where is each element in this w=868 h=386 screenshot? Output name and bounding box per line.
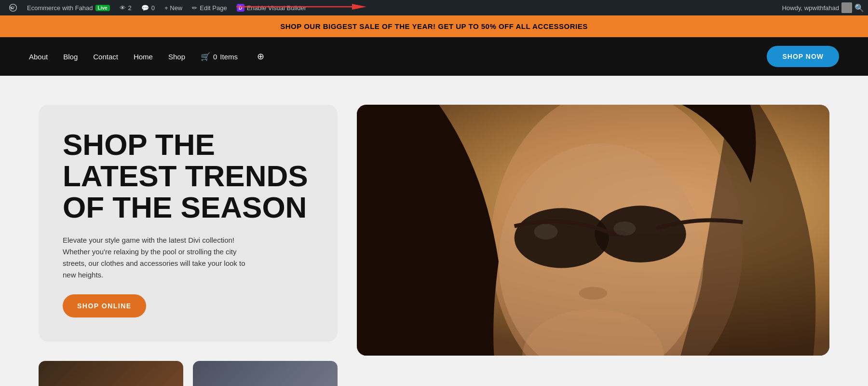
cart-icon: 🛒: [201, 52, 210, 61]
edit-icon: ✏: [192, 4, 197, 12]
svg-point-5: [515, 208, 609, 268]
svg-point-10: [579, 287, 608, 300]
nav-blog[interactable]: Blog: [63, 53, 78, 61]
hero-thumbnails: [39, 361, 338, 386]
site-name-button[interactable]: Ecommerce with Fahad Live: [22, 0, 115, 15]
annotation-arrow: [236, 2, 366, 12]
nav-home[interactable]: Home: [134, 53, 153, 61]
view-count-label: 2: [128, 4, 132, 12]
eye-icon: 👁: [120, 4, 126, 12]
edit-page-label: Edit Page: [200, 4, 227, 12]
main-nav: About Blog Contact Home Shop 🛒 0 Items ⊕: [29, 51, 264, 62]
live-badge: Live: [95, 5, 110, 11]
search-icon-admin[interactable]: 🔍: [854, 3, 864, 13]
comment-icon: 💬: [141, 4, 149, 12]
hero-title: SHOP THE LATEST TRENDS OF THE SEASON: [63, 129, 313, 223]
promo-text: SHOP OUR BIGGEST SALE OF THE YEAR! GET U…: [280, 22, 587, 30]
svg-point-8: [534, 224, 558, 240]
svg-point-9: [613, 221, 636, 235]
view-count-button[interactable]: 👁 2: [115, 0, 136, 15]
svg-marker-1: [352, 4, 366, 10]
thumbnail-card-1: [39, 361, 183, 386]
hero-section: SHOP THE LATEST TRENDS OF THE SEASON Ele…: [0, 76, 868, 386]
search-icon-header[interactable]: ⊕: [257, 51, 264, 62]
howdy-label: Howdy, wpwithfahad: [782, 4, 839, 12]
comment-count-label: 0: [151, 4, 155, 12]
thumbnail-card-2: [193, 361, 338, 386]
hero-description: Elevate your style game with the latest …: [63, 234, 256, 281]
nav-shop[interactable]: Shop: [168, 53, 185, 61]
admin-avatar[interactable]: [841, 2, 852, 13]
nav-about[interactable]: About: [29, 53, 48, 61]
cart-count: 0: [213, 53, 217, 61]
cart-button[interactable]: 🛒 0 Items: [201, 52, 238, 61]
hero-left: SHOP THE LATEST TRENDS OF THE SEASON Ele…: [39, 105, 338, 386]
shop-online-button[interactable]: SHOP ONLINE: [63, 294, 146, 317]
wp-logo-button[interactable]: [4, 0, 22, 15]
admin-bar-right: Howdy, wpwithfahad 🔍: [782, 2, 864, 13]
edit-page-button[interactable]: ✏ Edit Page: [187, 0, 231, 15]
hero-text-card: SHOP THE LATEST TRENDS OF THE SEASON Ele…: [39, 105, 338, 342]
hero-image: [357, 105, 829, 356]
promo-banner: SHOP OUR BIGGEST SALE OF THE YEAR! GET U…: [0, 15, 868, 37]
shop-now-button[interactable]: SHOP NOW: [767, 46, 839, 67]
site-name-label: Ecommerce with Fahad: [27, 4, 93, 12]
new-content-label: + New: [164, 4, 182, 12]
comment-count-button[interactable]: 💬 0: [136, 0, 160, 15]
admin-bar: Ecommerce with Fahad Live 👁 2 💬 0 + New …: [0, 0, 868, 15]
hero-woman-image: [357, 105, 829, 356]
cart-items-label: Items: [220, 53, 238, 61]
site-header: About Blog Contact Home Shop 🛒 0 Items ⊕…: [0, 37, 868, 76]
new-content-button[interactable]: + New: [160, 0, 187, 15]
nav-contact[interactable]: Contact: [93, 53, 118, 61]
